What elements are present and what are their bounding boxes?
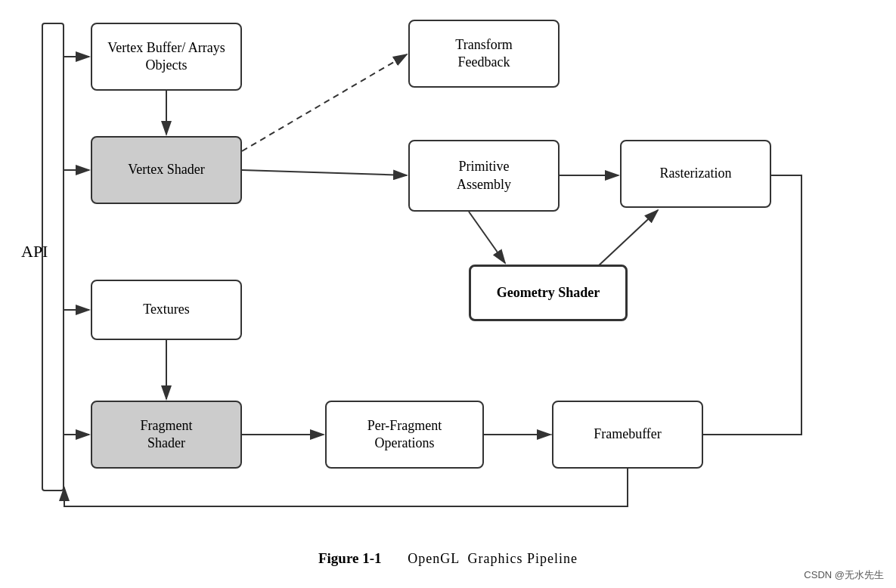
figure-caption: Figure 1-1 OpenGL Graphics Pipeline bbox=[0, 550, 896, 567]
textures-box: Textures bbox=[91, 280, 242, 340]
per-fragment-box: Per-FragmentOperations bbox=[325, 401, 484, 469]
svg-line-10 bbox=[469, 212, 505, 263]
fragment-shader-box: FragmentShader bbox=[91, 401, 242, 469]
vertex-buffer-box: Vertex Buffer/ Arrays Objects bbox=[91, 23, 242, 91]
watermark: CSDN @无水先生 bbox=[804, 568, 884, 582]
figure-label: Figure 1-1 bbox=[318, 550, 382, 566]
svg-line-7 bbox=[242, 170, 407, 175]
svg-line-11 bbox=[597, 210, 658, 267]
svg-line-8 bbox=[242, 54, 407, 151]
primitive-assembly-box: PrimitiveAssembly bbox=[408, 140, 560, 212]
diagram-container: API bbox=[0, 0, 896, 544]
framebuffer-box: Framebuffer bbox=[552, 401, 703, 469]
rasterization-box: Rasterization bbox=[620, 140, 771, 208]
vertex-shader-box: Vertex Shader bbox=[91, 136, 242, 204]
transform-feedback-box: TransformFeedback bbox=[408, 20, 560, 88]
figure-title: OpenGL Graphics Pipeline bbox=[408, 551, 578, 566]
geometry-shader-box: Geometry Shader bbox=[469, 265, 628, 321]
api-label: API bbox=[21, 242, 48, 262]
